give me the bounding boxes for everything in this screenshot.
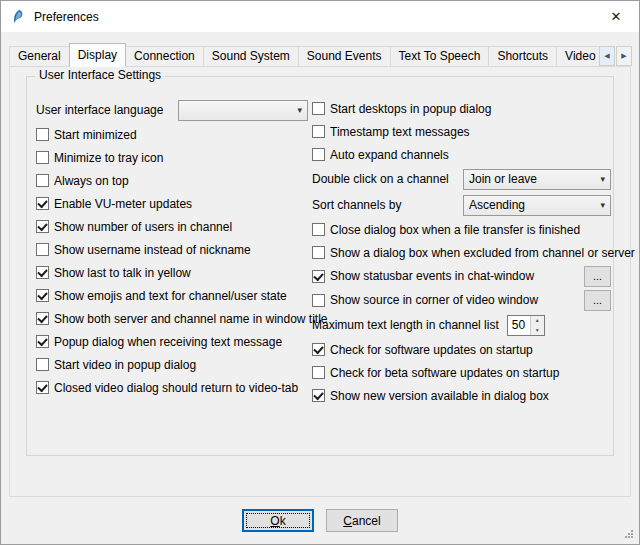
tab-video[interactable]: Video (556, 46, 603, 67)
sort-channels-combobox[interactable]: Ascending ▾ (463, 195, 611, 216)
checkbox-emoji-state[interactable]: Show emojis and text for channel/user st… (36, 284, 308, 307)
checkbox-show-username[interactable]: Show username instead of nickname (36, 238, 308, 261)
video-source-row: Show source in corner of video window ..… (312, 288, 611, 312)
checkbox-box (36, 243, 49, 256)
statusbar-events-browse-button[interactable]: ... (584, 266, 611, 287)
checkbox-box (312, 294, 325, 307)
spin-down-icon[interactable]: ▼ (531, 325, 544, 335)
checkbox-box (312, 102, 325, 115)
ui-settings-group: User Interface Settings User interface l… (26, 76, 614, 456)
checkbox-popup-text-message[interactable]: Popup dialog when receiving text message (36, 330, 308, 353)
checkbox-box (36, 151, 49, 164)
chevron-down-icon: ▾ (595, 174, 610, 184)
tab-scroll-left-icon: ◀ (604, 52, 609, 60)
video-source-browse-button[interactable]: ... (584, 290, 611, 311)
checkbox-box (36, 381, 49, 394)
checkbox-box (312, 125, 325, 138)
chevron-down-icon: ▾ (595, 200, 610, 210)
checkbox-box (312, 366, 325, 379)
dialog-buttons: Ok Cancel (1, 509, 639, 532)
tab-text-to-speech[interactable]: Text To Speech (390, 46, 490, 67)
checkbox-start-video-popup[interactable]: Start video in popup dialog (36, 353, 308, 376)
tab-display[interactable]: Display (69, 43, 126, 67)
checkbox-box (36, 289, 49, 302)
checkbox-check-updates[interactable]: Check for software updates on startup (312, 338, 611, 361)
checkbox-box (312, 389, 325, 402)
double-click-row: Double click on a channel Join or leave … (312, 166, 611, 192)
double-click-label: Double click on a channel (312, 172, 449, 186)
max-text-length-row: Maximum text length in channel list 50 ▲… (312, 312, 611, 338)
checkbox-new-version-dialog[interactable]: Show new version available in dialog box (312, 384, 611, 407)
checkbox-box (312, 148, 325, 161)
tab-sound-events[interactable]: Sound Events (298, 46, 391, 67)
checkbox-always-on-top[interactable]: Always on top (36, 169, 308, 192)
sort-channels-row: Sort channels by Ascending ▾ (312, 192, 611, 218)
app-icon (10, 9, 26, 25)
sort-channels-label: Sort channels by (312, 198, 401, 212)
checkbox-box (312, 270, 325, 283)
checkbox-video-source-corner[interactable]: Show source in corner of video window (312, 293, 538, 307)
window-title: Preferences (34, 10, 99, 24)
checkbox-excluded-dialog[interactable]: Show a dialog box when excluded from cha… (312, 241, 611, 264)
checkbox-close-file-transfer[interactable]: Close dialog box when a file transfer is… (312, 218, 611, 241)
tab-scroll-right-button[interactable]: ▶ (616, 46, 632, 66)
double-click-value: Join or leave (469, 172, 595, 186)
max-text-length-spinner[interactable]: 50 ▲ ▼ (507, 315, 545, 336)
checkbox-window-title[interactable]: Show both server and channel name in win… (36, 307, 308, 330)
tab-scroll-left-button[interactable]: ◀ (599, 46, 615, 66)
checkbox-start-desktops-popup[interactable]: Start desktops in popup dialog (312, 97, 611, 120)
language-row: User interface language ▾ (36, 97, 308, 123)
checkbox-box (36, 266, 49, 279)
spin-up-icon[interactable]: ▲ (531, 316, 544, 326)
checkbox-box (312, 343, 325, 356)
checkbox-last-talk-yellow[interactable]: Show last to talk in yellow (36, 261, 308, 284)
right-column: Start desktops in popup dialog Timestamp… (312, 97, 611, 407)
checkbox-check-beta-updates[interactable]: Check for beta software updates on start… (312, 361, 611, 384)
resize-grip[interactable] (625, 530, 635, 540)
tab-bar: General Display Connection Sound System … (9, 43, 603, 67)
group-title: User Interface Settings (35, 68, 165, 82)
checkbox-statusbar-events[interactable]: Show statusbar events in chat-window (312, 269, 534, 283)
tab-scroll-right-icon: ▶ (621, 52, 626, 60)
checkbox-start-minimized[interactable]: Start minimized (36, 123, 308, 146)
chevron-down-icon: ▾ (292, 105, 307, 115)
double-click-combobox[interactable]: Join or leave ▾ (463, 169, 611, 190)
ok-button[interactable]: Ok (242, 509, 314, 532)
checkbox-vu-meter-updates[interactable]: Enable VU-meter updates (36, 192, 308, 215)
checkbox-box (312, 246, 325, 259)
checkbox-show-user-count[interactable]: Show number of users in channel (36, 215, 308, 238)
tab-shortcuts[interactable]: Shortcuts (488, 46, 557, 67)
checkbox-timestamp-messages[interactable]: Timestamp text messages (312, 120, 611, 143)
left-column: User interface language ▾ Start minimize… (36, 97, 308, 399)
checkbox-box (36, 220, 49, 233)
language-label: User interface language (36, 103, 163, 117)
tab-connection[interactable]: Connection (125, 46, 204, 67)
checkbox-box (36, 335, 49, 348)
sort-channels-value: Ascending (469, 198, 595, 212)
checkbox-auto-expand-channels[interactable]: Auto expand channels (312, 143, 611, 166)
cancel-button[interactable]: Cancel (326, 509, 398, 532)
preferences-dialog: Preferences ✕ General Display Connection… (0, 0, 640, 545)
close-icon: ✕ (611, 9, 622, 24)
spinner-arrows: ▲ ▼ (530, 316, 544, 335)
checkbox-box (36, 197, 49, 210)
checkbox-box (36, 128, 49, 141)
checkbox-box (312, 223, 325, 236)
tab-general[interactable]: General (9, 46, 70, 67)
tab-sound-system[interactable]: Sound System (203, 46, 299, 67)
titlebar: Preferences ✕ (1, 1, 639, 32)
checkbox-box (36, 174, 49, 187)
checkbox-box (36, 358, 49, 371)
max-text-length-value: 50 (508, 316, 530, 335)
tab-scroll-buttons: ◀ ▶ (598, 46, 632, 66)
display-tab-pane: User Interface Settings User interface l… (9, 66, 631, 497)
checkbox-box (36, 312, 49, 325)
checkbox-closed-video-return[interactable]: Closed video dialog should return to vid… (36, 376, 308, 399)
checkbox-minimize-to-tray[interactable]: Minimize to tray icon (36, 146, 308, 169)
max-text-length-label: Maximum text length in channel list (312, 318, 499, 332)
close-button[interactable]: ✕ (593, 1, 639, 32)
language-combobox[interactable]: ▾ (178, 100, 308, 121)
statusbar-events-row: Show statusbar events in chat-window ... (312, 264, 611, 288)
